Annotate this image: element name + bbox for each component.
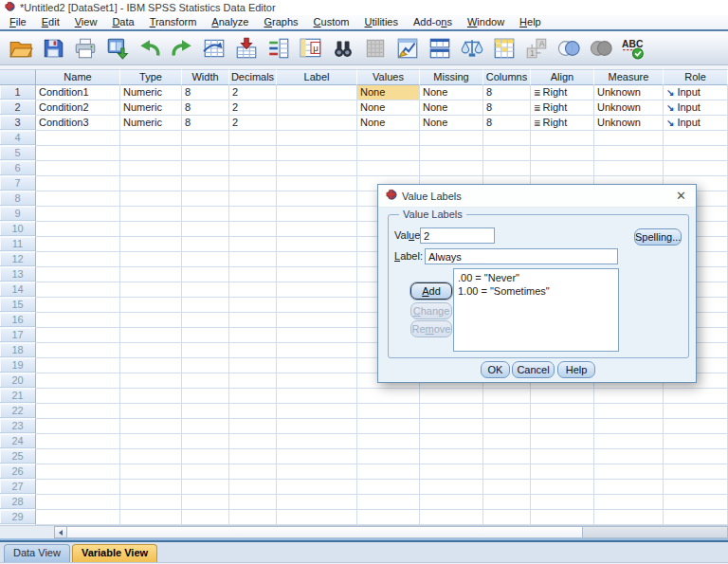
row-header[interactable]: 3 [0, 116, 36, 131]
grid-cell-width[interactable] [182, 207, 229, 222]
grid-cell-label[interactable] [277, 252, 357, 267]
grid-cell-decimals[interactable] [229, 237, 277, 252]
grid-cell-type[interactable] [120, 449, 182, 464]
column-header-values[interactable]: Values [357, 69, 420, 85]
grid-cell-label[interactable] [277, 313, 357, 328]
row-header[interactable]: 21 [0, 389, 36, 404]
grid-cell-name[interactable] [36, 480, 120, 495]
grid-cell-width[interactable] [182, 434, 229, 449]
grid-cell-decimals[interactable] [229, 282, 277, 298]
grid-cell-measure[interactable]: Unknown [594, 116, 664, 131]
grid-cell-label[interactable] [277, 100, 357, 116]
grid-cell-align[interactable]: ≣Right [531, 100, 594, 116]
grid-cell-align[interactable] [531, 495, 594, 510]
grid-cell-role[interactable] [664, 434, 728, 449]
menu-item-window[interactable]: Window [460, 15, 512, 29]
grid-cell-decimals[interactable] [229, 464, 277, 480]
grid-cell-name[interactable] [36, 434, 120, 449]
grid-cell-values[interactable] [357, 464, 420, 480]
grid-cell-missing[interactable] [420, 510, 483, 525]
grid-cell-type[interactable] [120, 161, 182, 176]
grid-cell-missing[interactable] [420, 480, 483, 495]
grid-cell-name[interactable] [36, 237, 120, 252]
grid-cell-columns[interactable]: 8 [483, 116, 531, 131]
grid-cell-measure[interactable] [594, 434, 664, 449]
row-header[interactable]: 11 [0, 237, 36, 252]
grid-cell-width[interactable] [182, 404, 229, 419]
row-header[interactable]: 25 [0, 449, 36, 464]
grid-cell-width[interactable] [182, 449, 229, 464]
grid-cell-type[interactable] [120, 343, 182, 358]
row-header[interactable]: 13 [0, 267, 36, 282]
grid-cell-width[interactable] [182, 282, 229, 298]
grid-cell-decimals[interactable] [229, 191, 277, 207]
grid-cell-decimals[interactable] [229, 449, 277, 464]
grid-cell-name[interactable] [36, 191, 120, 207]
grid-cell-type[interactable] [120, 298, 182, 313]
grid-cell-type[interactable] [120, 419, 182, 434]
grid-cell-columns[interactable] [483, 161, 531, 176]
grid-cell-name[interactable] [36, 176, 120, 191]
grid-cell-columns[interactable] [483, 419, 531, 434]
grid-cell-decimals[interactable] [229, 313, 277, 328]
menu-item-addons[interactable]: Add-ons [406, 15, 460, 29]
grid-cell-missing[interactable] [420, 419, 483, 434]
grid-cell-decimals[interactable] [229, 510, 277, 525]
grid-cell-align[interactable] [531, 480, 594, 495]
grid-cell-width[interactable] [182, 495, 229, 510]
menu-item-data[interactable]: Data [104, 15, 141, 29]
grid-cell-name[interactable] [36, 282, 120, 298]
grid-cell-width[interactable]: 8 [182, 116, 229, 131]
row-header[interactable]: 15 [0, 298, 36, 313]
row-header[interactable]: 12 [0, 252, 36, 267]
grid-cell-width[interactable] [182, 343, 229, 358]
grid-cell-decimals[interactable] [229, 146, 277, 161]
row-header[interactable]: 14 [0, 282, 36, 298]
grid-cell-type[interactable]: Numeric [120, 116, 182, 131]
grid-cell-type[interactable] [120, 313, 182, 328]
find-icon[interactable] [330, 35, 356, 62]
grid-cell-columns[interactable] [483, 495, 531, 510]
grid-cell-name[interactable] [36, 161, 120, 176]
spelling-button[interactable]: Spelling... [634, 228, 682, 246]
grid-cell-name[interactable]: Condition1 [36, 85, 120, 100]
grid-cell-name[interactable] [36, 328, 120, 343]
grid-cell-type[interactable]: Numeric [120, 85, 182, 100]
grid-cell-label[interactable] [277, 298, 357, 313]
grid-cell-align[interactable] [531, 419, 594, 434]
column-header-decimals[interactable]: Decimals [229, 69, 277, 85]
grid-cell-label[interactable] [277, 358, 357, 373]
grid-cell-columns[interactable] [483, 131, 531, 146]
grid-cell-type[interactable]: Numeric [120, 100, 182, 116]
row-header[interactable]: 27 [0, 480, 36, 495]
grid-cell-name[interactable] [36, 464, 120, 480]
grid-cell-name[interactable]: Condition3 [36, 116, 120, 131]
grid-cell-type[interactable] [120, 146, 182, 161]
grid-cell-type[interactable] [120, 267, 182, 282]
row-header[interactable]: 4 [0, 131, 36, 146]
grid-cell-label[interactable] [277, 389, 357, 404]
grid-cell-missing[interactable] [420, 449, 483, 464]
grid-cell-values[interactable] [357, 510, 420, 525]
grid-cell-type[interactable] [120, 480, 182, 495]
grid-cell-label[interactable] [277, 282, 357, 298]
grid-cell-align[interactable]: ≣Right [531, 85, 594, 100]
grid-cell-label[interactable] [277, 237, 357, 252]
grid-cell-name[interactable] [36, 313, 120, 328]
grid-cell-decimals[interactable] [229, 222, 277, 237]
grid-cell-name[interactable] [36, 358, 120, 373]
grid-cell-measure[interactable]: Unknown [594, 85, 664, 100]
grid-cell-role[interactable]: ↘Input [664, 116, 728, 131]
grid-cell-width[interactable] [182, 419, 229, 434]
grid-cell-measure[interactable] [594, 404, 664, 419]
grid-cell-label[interactable] [277, 161, 357, 176]
menu-item-graphs[interactable]: Graphs [256, 15, 305, 29]
weight-cases-icon[interactable] [459, 35, 485, 62]
grid-cell-width[interactable] [182, 146, 229, 161]
grid-cell-name[interactable] [36, 343, 120, 358]
grid-cell-name[interactable] [36, 207, 120, 222]
menu-item-help[interactable]: Help [512, 15, 549, 29]
grid-cell-values[interactable] [357, 404, 420, 419]
grid-cell-width[interactable]: 8 [182, 100, 229, 116]
column-header-name[interactable]: Name [36, 69, 120, 85]
